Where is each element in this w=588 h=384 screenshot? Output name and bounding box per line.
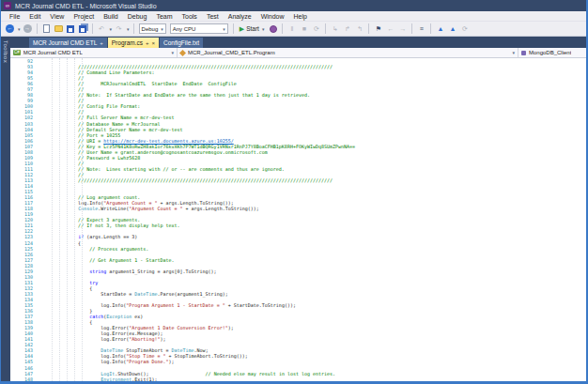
toolbar-separator [325,23,326,34]
indent-guide [67,58,68,384]
next-bookmark-icon[interactable]: → [397,23,408,35]
code-line[interactable]: 148 Environment.Exit(1); [10,376,586,382]
indent-guide [59,58,60,384]
toolbar-separator [282,23,283,34]
tab-label: MCR Journal CMD ETL [33,39,97,46]
visual-studio-logo-icon: ∞ [4,2,11,9]
indent-guide [82,58,83,384]
navigate-forward-icon[interactable]: → [23,23,33,35]
toolbar-separator [37,23,38,34]
visual-studio-window: ∞ MCR Journal CMD ETL - Microsoft Visual… [0,0,588,384]
previous-bookmark-icon[interactable]: ← [385,23,395,35]
member-name: MongoDB_Client [529,50,571,55]
toolbar-separator [411,23,412,34]
navigate-back-dropdown-icon[interactable]: ▾ [18,26,21,32]
code-lines: 9293 ///////////////////////////////////… [10,58,586,382]
menu-item-tools[interactable]: Tools [178,11,202,22]
menu-item-debug[interactable]: Debug [123,11,152,22]
menu-item-file[interactable]: File [5,11,24,22]
open-file-icon[interactable] [54,23,64,35]
solution-configuration-dropdown[interactable]: Debug ▾ [139,23,166,34]
push-icon[interactable]: ▲ [447,23,457,35]
tab-label: ConfigFile.txt [163,39,199,46]
class-icon [179,49,186,55]
publish-icon[interactable]: ▲ [435,23,445,35]
menu-item-project[interactable]: Project [69,11,99,22]
restart-icon[interactable]: ⟳ [311,23,321,35]
standard-toolbar: ← ▾ → ↶ ▾ ↷ ▾ Debug ▾ Any CPU ▾ ▶ Start … [1,22,586,37]
code-text: Environment.Exit(1); [39,376,157,382]
type-name: MCR_Journal_CMD_ETL.Program [188,50,275,55]
menu-item-window[interactable]: Window [256,11,289,22]
menu-item-analyze[interactable]: Analyze [224,11,256,22]
method-icon [521,51,526,55]
member-dropdown[interactable]: MongoDB_Client [518,48,586,57]
tab-strip: MCR Journal CMD ETL+Program.cs+×ConfigFi… [10,37,586,48]
menu-bar: FileEditViewProjectBuildDebugTeamToolsTe… [1,11,586,22]
code-editor[interactable]: 9293 ///////////////////////////////////… [10,58,586,384]
chevron-down-icon: ▾ [161,26,163,32]
comment-lines-icon[interactable]: ≡ [416,23,426,35]
tab-label: Program.cs [112,39,143,46]
code-text: Console.WriteLine("Argument Count = " + … [39,206,259,211]
code-text: log.Error("Aborting!"); [39,336,165,342]
indent-guide [52,58,53,384]
start-label: Start [246,25,259,32]
refresh-icon[interactable]: ⟳ [459,23,470,35]
step-over-icon[interactable]: ↱ [342,23,352,35]
step-out-icon[interactable]: ↰ [354,23,364,35]
close-icon[interactable]: × [152,40,156,46]
break-all-icon[interactable]: ‖ [286,23,297,35]
window-title: MCR Journal CMD ETL - Microsoft Visual S… [15,3,157,9]
undo-icon[interactable]: ↶ [97,23,107,35]
csharp-project-icon: C# [13,50,21,55]
navigation-bar: C# MCR Journal CMD ETL ▾ MCR_Journal_CMD… [10,48,586,58]
tab-configfile-txt[interactable]: ConfigFile.txt [160,38,203,48]
tab-program-cs[interactable]: Program.cs+× [108,38,159,48]
attach-to-process-icon[interactable] [268,23,278,35]
solution-platform-dropdown[interactable]: Any CPU ▾ [170,23,228,34]
redo-dropdown-icon[interactable]: ▾ [127,26,130,32]
indent-guide [74,58,75,384]
save-icon[interactable] [66,23,76,35]
play-icon: ▶ [240,25,244,33]
toolbar-separator [133,23,134,34]
menu-item-build[interactable]: Build [99,11,123,22]
menu-item-edit[interactable]: Edit [24,11,45,22]
redo-icon[interactable]: ↷ [114,23,124,35]
type-dropdown[interactable]: MCR_Journal_CMD_ETL.Program ▾ [178,48,518,57]
project-dropdown[interactable]: C# MCR Journal CMD ETL ▾ [10,48,178,57]
step-into-icon[interactable]: ↳ [330,23,340,35]
chevron-down-icon: ▾ [223,26,225,32]
menu-item-view[interactable]: View [45,11,69,22]
toolbox-sidebar-tab[interactable]: Toolbox [1,37,10,384]
navigate-back-icon[interactable]: ← [5,23,15,35]
stop-debugging-icon[interactable]: ■ [299,23,309,35]
new-file-icon[interactable] [41,23,52,35]
chevron-down-icon: ▾ [171,50,174,55]
title-bar: ∞ MCR Journal CMD ETL - Microsoft Visual… [1,0,586,11]
toolbar-separator [430,23,431,34]
start-button[interactable]: ▶ Start ▾ [238,23,267,35]
menu-item-help[interactable]: Help [289,11,312,22]
toolbar-separator [233,23,234,34]
project-name: MCR Journal CMD ETL [23,50,83,55]
tab-mcr-journal-cmd-etl[interactable]: MCR Journal CMD ETL+ [29,38,107,48]
save-all-icon[interactable] [78,23,88,35]
menu-item-team[interactable]: Team [151,11,177,22]
toolbox-label: Toolbox [3,40,8,384]
chevron-down-icon: ▾ [262,26,265,32]
menu-item-test[interactable]: Test [202,11,224,22]
undo-dropdown-icon[interactable]: ▾ [110,26,113,32]
code-text: // Process arguments. [39,246,148,252]
pin-icon[interactable]: + [100,40,103,46]
toolbar-separator [92,23,93,34]
code-text: string argument1_String = args[0].ToStri… [39,269,217,274]
toolbar-separator [368,23,369,34]
line-number: 148 [10,376,39,382]
chevron-down-icon: ▾ [512,50,515,55]
pin-icon[interactable]: + [146,40,149,46]
bookmark-icon[interactable]: ⚑ [373,23,383,35]
